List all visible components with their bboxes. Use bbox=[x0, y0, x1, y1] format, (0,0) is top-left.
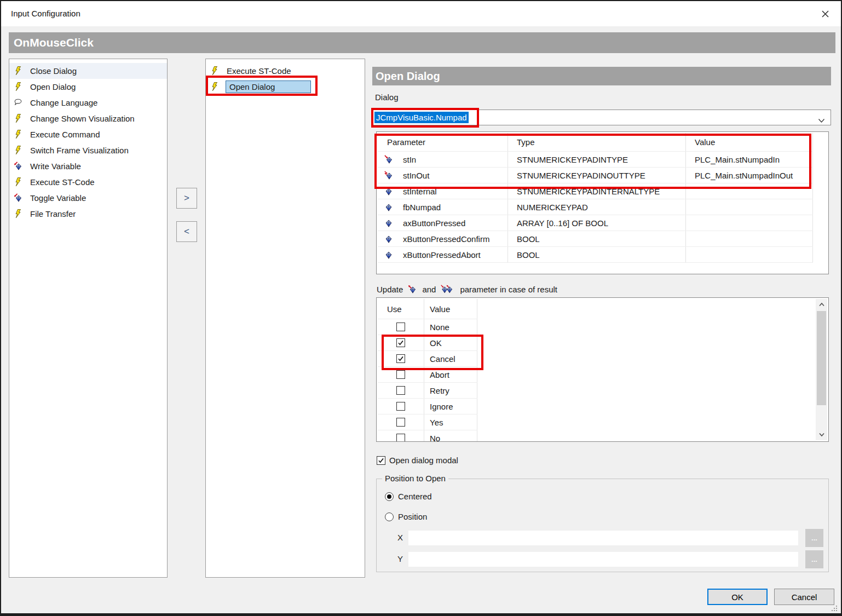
x-input[interactable] bbox=[408, 531, 798, 545]
cancel-button[interactable]: Cancel bbox=[774, 589, 834, 605]
parameter-type: ARRAY [0..16] OF BOOL bbox=[508, 215, 686, 231]
position-option: Position bbox=[385, 512, 427, 521]
list-item-label: Change Shown Visualization bbox=[30, 114, 135, 123]
list-item[interactable]: File Transfer bbox=[9, 206, 167, 222]
list-item-label: Execute ST-Code bbox=[30, 177, 95, 187]
update-result-caption: Update and parameter in case of result bbox=[377, 282, 557, 296]
inout-variable-pair-icon bbox=[441, 285, 455, 294]
use-checkbox[interactable] bbox=[396, 418, 405, 427]
parameter-row[interactable]: stInternalSTNUMERICKEYPADINTERNALTYPE bbox=[378, 183, 813, 199]
y-browse-button[interactable]: ... bbox=[805, 550, 823, 568]
result-value: Abort bbox=[424, 367, 477, 382]
output-variable-icon bbox=[408, 285, 417, 294]
parameter-value[interactable] bbox=[686, 231, 813, 246]
result-row: None bbox=[378, 319, 477, 335]
result-row: Ignore bbox=[378, 399, 477, 414]
parameter-value[interactable] bbox=[686, 215, 813, 231]
parameter-name: fbNumpad bbox=[403, 203, 441, 212]
list-item-label: File Transfer bbox=[30, 209, 76, 218]
scroll-down-icon[interactable] bbox=[816, 429, 827, 440]
parameter-table-header: ParameterTypeValue bbox=[378, 133, 813, 152]
bolt-icon bbox=[14, 130, 23, 139]
result-row: Yes bbox=[378, 414, 477, 430]
list-item[interactable]: Open Dialog bbox=[9, 79, 167, 95]
y-field-row: Y ... bbox=[377, 550, 828, 568]
result-scrollbar[interactable] bbox=[816, 299, 827, 440]
list-item-label: Execute ST-Code bbox=[227, 66, 291, 76]
parameter-row[interactable]: stInOutSTNUMERICKEYPADINOUTTYPEPLC_Main.… bbox=[378, 168, 813, 183]
input-variable-icon bbox=[384, 155, 394, 164]
parameter-value[interactable]: PLC_Main.stNumpadInOut bbox=[686, 168, 813, 183]
open-dialog-modal-option: Open dialog modal bbox=[377, 456, 458, 465]
position-to-open-group: Position to Open Centered Position X ...… bbox=[376, 479, 829, 572]
resize-grip[interactable] bbox=[830, 604, 838, 614]
update-conjunction-text: and bbox=[422, 285, 436, 294]
ok-button[interactable]: OK bbox=[707, 589, 768, 605]
list-item[interactable]: Change Shown Visualization bbox=[9, 111, 167, 126]
list-item[interactable]: Toggle Variable bbox=[9, 190, 167, 206]
use-checkbox[interactable] bbox=[396, 370, 405, 379]
parameter-table: ParameterTypeValue stInSTNUMERICKEYPADIN… bbox=[376, 131, 829, 274]
use-checkbox[interactable] bbox=[396, 434, 405, 442]
bolt-icon bbox=[14, 146, 23, 155]
dialog-combobox[interactable]: JCmpVisuBasic.Numpad bbox=[372, 110, 831, 125]
open-dialog-modal-label: Open dialog modal bbox=[389, 456, 458, 465]
x-browse-button[interactable]: ... bbox=[805, 529, 823, 547]
chevron-down-icon[interactable] bbox=[818, 116, 825, 125]
parameter-row[interactable]: axButtonPressedARRAY [0..16] OF BOOL bbox=[378, 215, 813, 231]
parameter-name: xButtonPressedConfirm bbox=[403, 234, 489, 244]
parameter-row[interactable]: xButtonPressedConfirmBOOL bbox=[378, 231, 813, 247]
parameter-type: BOOL bbox=[508, 247, 686, 262]
list-item[interactable]: Execute ST-Code bbox=[9, 174, 167, 190]
parameter-row[interactable]: xButtonPressedAbortBOOL bbox=[378, 247, 813, 263]
write-variable-icon bbox=[14, 193, 23, 203]
scrollbar-thumb[interactable] bbox=[817, 311, 826, 405]
titlebar: Input Configuration bbox=[1, 1, 841, 26]
bolt-icon bbox=[14, 114, 23, 123]
position-label: Position bbox=[398, 512, 427, 521]
parameter-name: axButtonPressed bbox=[403, 218, 465, 228]
variable-icon bbox=[384, 250, 394, 260]
result-value: No bbox=[424, 430, 477, 442]
bolt-icon bbox=[14, 82, 23, 91]
list-item[interactable]: Close Dialog bbox=[9, 63, 167, 79]
list-item[interactable]: Open Dialog bbox=[206, 79, 365, 95]
list-item-label: Close Dialog bbox=[30, 66, 77, 76]
result-value: Yes bbox=[424, 414, 477, 430]
speech-bubble-icon bbox=[14, 98, 23, 107]
list-item-label: Switch Frame Visualization bbox=[30, 146, 129, 155]
move-left-button[interactable]: < bbox=[176, 221, 197, 242]
centered-radio[interactable] bbox=[385, 492, 394, 501]
use-checkbox[interactable] bbox=[396, 323, 405, 331]
position-radio[interactable] bbox=[385, 513, 394, 521]
list-item-label: Open Dialog bbox=[226, 80, 311, 93]
open-dialog-modal-checkbox[interactable] bbox=[377, 456, 385, 465]
use-checkbox[interactable] bbox=[396, 386, 405, 395]
use-checkbox[interactable] bbox=[396, 354, 405, 363]
list-item[interactable]: Write Variable bbox=[9, 158, 167, 174]
parameter-value[interactable]: PLC_Main.stNumpadIn bbox=[686, 152, 813, 167]
parameter-value[interactable] bbox=[686, 199, 813, 215]
list-item-label: Change Language bbox=[30, 98, 97, 107]
centered-option: Centered bbox=[385, 492, 432, 501]
parameter-value[interactable] bbox=[686, 183, 813, 199]
scroll-up-icon[interactable] bbox=[816, 299, 827, 310]
move-right-button[interactable]: > bbox=[176, 188, 197, 209]
y-input[interactable] bbox=[408, 552, 798, 567]
result-value: OK bbox=[424, 335, 477, 350]
parameter-value[interactable] bbox=[686, 247, 813, 262]
parameter-row[interactable]: stInSTNUMERICKEYPADINTYPEPLC_Main.stNump… bbox=[378, 152, 813, 168]
list-item-label: Toggle Variable bbox=[30, 193, 86, 203]
list-item[interactable]: Execute Command bbox=[9, 126, 167, 142]
list-item[interactable]: Execute ST-Code bbox=[206, 63, 365, 79]
list-item[interactable]: Switch Frame Visualization bbox=[9, 142, 167, 158]
use-checkbox[interactable] bbox=[396, 402, 405, 411]
parameter-name: stInOut bbox=[403, 171, 429, 180]
parameter-row[interactable]: fbNumpadNUMERICKEYPAD bbox=[378, 199, 813, 215]
parameter-type: STNUMERICKEYPADINOUTTYPE bbox=[508, 168, 686, 183]
use-checkbox[interactable] bbox=[396, 338, 405, 347]
bolt-icon bbox=[14, 66, 23, 76]
result-table: UseValueNoneOKCancelAbortRetryIgnoreYesN… bbox=[376, 297, 829, 442]
close-icon[interactable] bbox=[816, 1, 834, 26]
list-item[interactable]: Change Language bbox=[9, 95, 167, 111]
